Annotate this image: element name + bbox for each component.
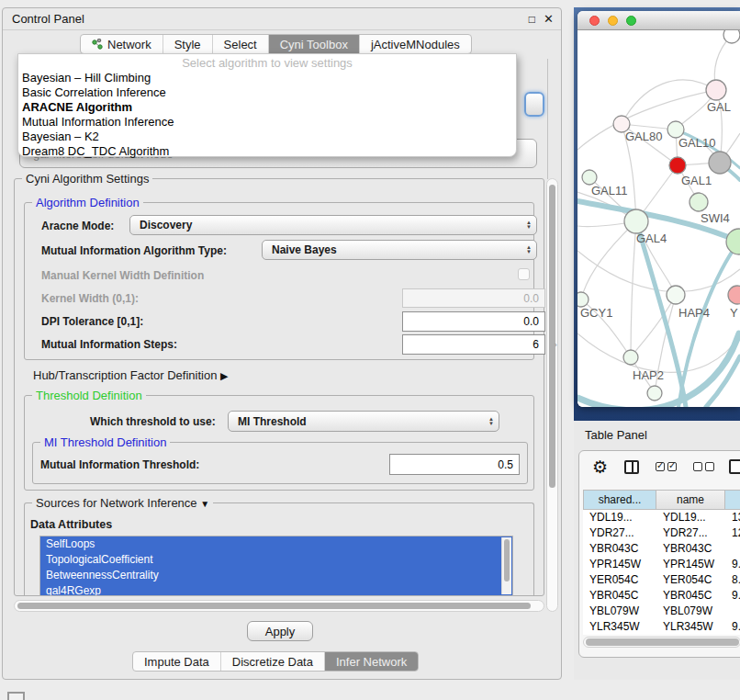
network-node[interactable] bbox=[709, 152, 731, 174]
network-node[interactable] bbox=[647, 386, 662, 401]
column-header[interactable] bbox=[725, 490, 740, 510]
table-cell: YLR345W bbox=[583, 619, 656, 635]
table-cell bbox=[725, 541, 740, 557]
show-unchecked-columns-icon[interactable] bbox=[693, 462, 714, 471]
control-panel-title: Control Panel bbox=[12, 12, 84, 26]
aracne-mode-label: Aracne Mode: bbox=[41, 220, 114, 232]
attribute-list-item[interactable]: gal4RGexp bbox=[40, 583, 512, 596]
which-threshold-combo[interactable]: MI Threshold ▲▼ bbox=[228, 411, 499, 432]
focused-combo-stepper[interactable] bbox=[524, 92, 544, 117]
algorithm-option[interactable]: Dream8 DC_TDC Algorithm bbox=[18, 144, 516, 159]
table-horizontal-scrollbar[interactable] bbox=[583, 637, 740, 648]
tab-select[interactable]: Select bbox=[213, 35, 269, 53]
node-label: HAP4 bbox=[678, 306, 710, 320]
mi-steps-field[interactable]: 6 bbox=[402, 334, 545, 355]
attribute-list-item[interactable]: BetweennessCentrality bbox=[40, 568, 512, 583]
tab-style[interactable]: Style bbox=[163, 35, 213, 53]
column-header[interactable]: shared... bbox=[583, 490, 656, 510]
table-row[interactable]: YDR27...YDR27...12 bbox=[583, 525, 740, 541]
close-panel-icon[interactable]: ✕ bbox=[544, 13, 554, 25]
apply-button[interactable]: Apply bbox=[247, 621, 313, 641]
control-panel-titlebar: Control Panel □ ✕ bbox=[3, 8, 561, 30]
minimized-panel-icon[interactable] bbox=[7, 692, 25, 700]
table-cell: YBL079W bbox=[656, 604, 725, 619]
network-node[interactable] bbox=[577, 292, 589, 307]
node-label: Y bbox=[730, 306, 738, 320]
network-node[interactable] bbox=[728, 286, 740, 304]
combo-stepper-icon: ▲▼ bbox=[488, 412, 494, 431]
network-node[interactable] bbox=[726, 229, 740, 254]
tab-jactivemnodules[interactable]: jActiveMNodules bbox=[360, 35, 471, 53]
network-node[interactable] bbox=[667, 286, 685, 304]
splitter-grip[interactable]: › bbox=[555, 342, 559, 348]
kernel-width-label: Kernel Width (0,1): bbox=[41, 292, 139, 305]
table-row[interactable]: YBR045CYBR045C9. bbox=[583, 588, 740, 604]
algorithm-option[interactable]: Basic Correlation Inference bbox=[18, 85, 516, 100]
sources-group: Sources for Network Inference ▼ Data Att… bbox=[24, 502, 534, 596]
attribute-list-item[interactable]: SelfLoops bbox=[40, 536, 512, 552]
table-row[interactable]: YBR043CYBR043C bbox=[583, 541, 740, 557]
node-table[interactable]: shared...name YDL19...YDL19...13YDR27...… bbox=[583, 490, 740, 635]
threshold-definition-title: Threshold Definition bbox=[32, 389, 146, 402]
table-row[interactable]: YPR145WYPR145W9. bbox=[583, 557, 740, 572]
table-row[interactable]: YBL079WYBL079W bbox=[583, 604, 740, 619]
algorithm-option[interactable]: Mutual Information Inference bbox=[18, 115, 516, 130]
float-panel-icon[interactable]: □ bbox=[529, 14, 535, 25]
tab-infer-network[interactable]: Infer Network bbox=[325, 652, 418, 671]
table-cell: YPR145W bbox=[656, 557, 725, 572]
dpi-tolerance-field[interactable]: 0.0 bbox=[402, 311, 545, 332]
zoom-window-icon[interactable] bbox=[626, 16, 636, 26]
table-row[interactable]: YLR345WYLR345W9. bbox=[583, 619, 740, 635]
algorithm-option[interactable]: ARACNE Algorithm bbox=[18, 100, 516, 115]
apply-button-label: Apply bbox=[265, 625, 296, 638]
tab-cyni-toolbox[interactable]: Cyni Toolbox bbox=[269, 35, 360, 53]
manual-kernel-checkbox[interactable] bbox=[518, 268, 530, 280]
columns-icon[interactable] bbox=[624, 460, 639, 474]
network-node[interactable] bbox=[706, 80, 726, 100]
network-node[interactable] bbox=[669, 157, 686, 174]
mi-threshold-label: Mutual Information Threshold: bbox=[40, 458, 199, 471]
aracne-mode-combo[interactable]: Discovery ▲▼ bbox=[129, 215, 537, 235]
combo-stepper-icon: ▲▼ bbox=[526, 241, 532, 259]
settings-vertical-scrollbar[interactable] bbox=[546, 178, 558, 612]
algorithm-popup-placeholder: Select algorithm to view settings bbox=[18, 55, 516, 71]
mi-threshold-group-title: MI Threshold Definition bbox=[40, 435, 170, 449]
tab-network[interactable]: Network bbox=[81, 35, 163, 53]
tab-discretize-data[interactable]: Discretize Data bbox=[221, 652, 325, 671]
cyni-algorithm-settings-group: Cyni Algorithm Settings Algorithm Defini… bbox=[14, 178, 544, 596]
data-attributes-list[interactable]: SelfLoopsTopologicalCoefficientBetweenne… bbox=[39, 536, 513, 596]
tab-impute-data[interactable]: Impute Data bbox=[133, 652, 221, 671]
mi-threshold-field[interactable]: 0.5 bbox=[389, 454, 520, 475]
attributes-list-scrollbar[interactable] bbox=[501, 537, 511, 594]
mi-type-combo[interactable]: Naive Bayes ▲▼ bbox=[262, 240, 537, 260]
network-node[interactable] bbox=[723, 30, 740, 43]
hub-definition-toggle[interactable]: Hub/Transcription Factor Definition ▶ bbox=[33, 368, 228, 382]
network-view-frame: GALGAL80GAL10GAL1GAL11SWI4GAL4GCY1HAP4YH… bbox=[574, 7, 740, 421]
network-node[interactable] bbox=[690, 193, 708, 211]
export-table-icon[interactable] bbox=[729, 459, 740, 474]
sources-title[interactable]: Sources for Network Inference ▼ bbox=[32, 496, 213, 510]
algorithm-option[interactable]: Bayesian – Hill Climbing bbox=[18, 71, 516, 85]
show-checked-columns-icon[interactable] bbox=[656, 462, 677, 471]
table-row[interactable]: YER054CYER054C8. bbox=[583, 572, 740, 588]
mi-steps-label: Mutual Information Steps: bbox=[41, 338, 177, 351]
attribute-list-item[interactable]: TopologicalCoefficient bbox=[40, 552, 512, 568]
settings-horizontal-scrollbar[interactable] bbox=[14, 600, 544, 612]
table-row[interactable]: YDL19...YDL19...13 bbox=[583, 510, 740, 525]
network-window[interactable]: GALGAL80GAL10GAL1GAL11SWI4GAL4GCY1HAP4YH… bbox=[577, 11, 740, 407]
close-window-icon[interactable] bbox=[589, 16, 600, 26]
data-attributes-label: Data Attributes bbox=[30, 518, 112, 531]
network-node[interactable] bbox=[624, 209, 648, 233]
network-canvas[interactable]: GALGAL80GAL10GAL1GAL11SWI4GAL4GCY1HAP4YH… bbox=[577, 30, 740, 407]
minimize-window-icon[interactable] bbox=[608, 16, 618, 26]
table-cell: YPR145W bbox=[583, 557, 656, 572]
network-node[interactable] bbox=[582, 170, 597, 185]
kernel-width-value: 0.0 bbox=[523, 292, 539, 305]
column-header[interactable]: name bbox=[656, 490, 725, 510]
table-cell: YLR345W bbox=[656, 619, 725, 635]
algorithm-dropdown-popup: Select algorithm to view settings Bayesi… bbox=[17, 53, 517, 157]
control-panel: Control Panel □ ✕ NetworkStyleSelectCyni… bbox=[2, 7, 562, 680]
gear-icon[interactable]: ⚙ bbox=[592, 458, 608, 476]
network-node[interactable] bbox=[623, 350, 638, 365]
algorithm-option[interactable]: Bayesian – K2 bbox=[18, 130, 516, 144]
